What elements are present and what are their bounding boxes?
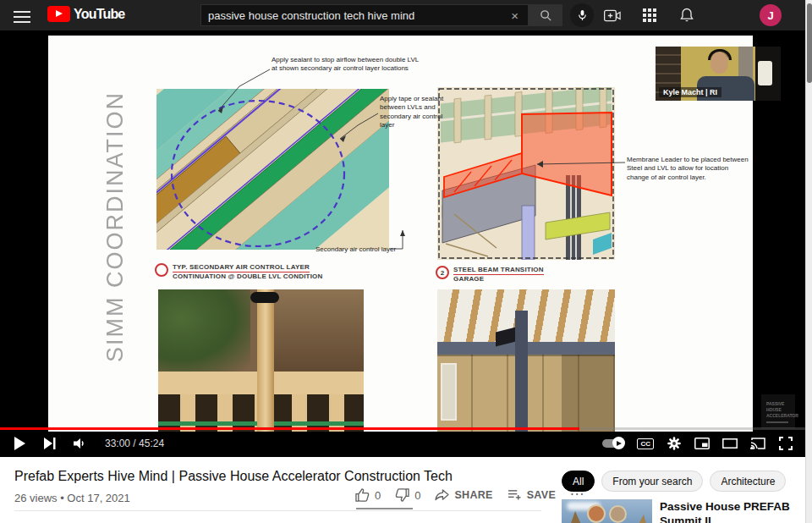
wall-shadow (562, 350, 615, 432)
roof-graphic-right (627, 515, 652, 523)
theater-mode-icon[interactable] (722, 436, 738, 451)
time-display: 33:00 / 45:24 (105, 438, 164, 449)
detail-callout-2: 2 STEEL BEAM TRANSITION GARAGE (436, 266, 544, 284)
next-button[interactable] (42, 436, 58, 451)
detail2-title: STEEL BEAM TRANSITION (453, 266, 544, 275)
site-photo-interior-framing (437, 289, 615, 432)
steel-column (515, 311, 528, 432)
slide-vertical-title: SIMM COORDINATION (102, 61, 129, 362)
youtube-page: YouTube × J (0, 0, 812, 523)
page-scrollbar[interactable] (805, 0, 812, 523)
play-button[interactable] (12, 436, 27, 451)
share-button[interactable]: SHARE (435, 489, 492, 501)
autoplay-toggle[interactable] (602, 439, 624, 448)
like-button[interactable]: 0 (355, 488, 381, 502)
search-box: × (200, 4, 529, 26)
search-button[interactable] (529, 4, 562, 26)
passive-house-accelerator-logo: PASSIVE HOUSE ACCELERATOR (761, 394, 795, 428)
detail2-subtitle: GARAGE (453, 275, 484, 283)
annotation-sealant: Apply sealant to stop airflow between do… (272, 56, 422, 74)
watch-metadata: Prefab Experts Hive Mind | Passive House… (0, 457, 805, 523)
youtube-logo[interactable]: YouTube (47, 6, 124, 22)
menu-icon[interactable] (14, 8, 30, 23)
voice-search-button[interactable] (570, 3, 594, 27)
black-strap (250, 292, 279, 303)
like-count: 0 (375, 489, 381, 502)
video-player[interactable]: SIMM COORDINATION (0, 30, 805, 457)
playlist-add-icon (508, 489, 522, 501)
cast-icon[interactable] (750, 436, 765, 451)
thumbs-down-icon (395, 488, 409, 502)
detail-callout-1: TYP. SECONDARY AIR CONTROL LAYER CONTINU… (155, 263, 322, 281)
section-divider (14, 510, 541, 511)
scrollbar-thumb[interactable] (807, 3, 812, 83)
chip-all[interactable]: All (562, 471, 595, 492)
volume-icon[interactable] (73, 436, 88, 451)
settings-gear-icon[interactable] (667, 436, 682, 451)
apps-grid-icon[interactable] (641, 7, 658, 24)
chip-from-your-search[interactable]: From your search (601, 471, 703, 492)
suggested-video-thumbnail[interactable] (562, 499, 652, 523)
create-video-icon[interactable] (604, 7, 621, 24)
captions-button[interactable]: CC (637, 438, 654, 449)
speaker-portrait-2 (609, 505, 627, 523)
masthead-icons (604, 7, 695, 24)
save-button[interactable]: SAVE (508, 489, 556, 501)
detail-drawing-double-lvl (156, 89, 389, 250)
chip-architecture[interactable]: Architecture (710, 471, 786, 492)
account-avatar[interactable]: J (760, 4, 782, 26)
youtube-play-icon (47, 6, 70, 22)
vegetation-area (158, 289, 250, 372)
microphone-icon (577, 9, 588, 21)
miniplayer-icon[interactable] (694, 436, 710, 451)
video-title: Prefab Experts Hive Mind | Passive House… (14, 469, 539, 484)
search-icon (540, 9, 552, 22)
detail1-title: TYP. SECONDARY AIR CONTROL LAYER (173, 263, 310, 273)
save-label: SAVE (527, 489, 556, 501)
site-photo-excavation (158, 289, 364, 432)
presentation-slide: SIMM COORDINATION (48, 36, 753, 432)
headphones (708, 49, 732, 60)
search-input[interactable] (208, 9, 508, 22)
vertical-lumber (257, 289, 274, 432)
share-arrow-icon (435, 489, 449, 501)
annotation-tape: Apply tape or sealant between LVLs and s… (380, 95, 454, 130)
suggested-video-title[interactable]: Passive House PREFAB Summit II (660, 499, 797, 523)
like-dislike-bar (356, 508, 413, 509)
dislike-count: 0 (414, 489, 420, 502)
lamp (758, 61, 771, 85)
speaker-portrait-1 (587, 504, 606, 523)
action-bar: 0 0 SHARE SAVE ··· (355, 487, 584, 503)
youtube-logo-text: YouTube (74, 7, 124, 22)
webcam-name-label: Kyle Macht | RI (659, 87, 721, 97)
detail-drawing-steel-beam (437, 87, 615, 260)
annotation-membrane-leader: Membrane Leader to be placed between Ste… (627, 156, 750, 182)
fullscreen-icon[interactable] (778, 436, 793, 451)
annotation-secondary-layer: Secondary air control layer (315, 245, 434, 254)
webcam-overlay: Kyle Macht | RI (656, 47, 781, 101)
masthead: YouTube × J (0, 0, 805, 30)
window-frame (441, 363, 457, 420)
soil-bank (265, 289, 364, 377)
share-label: SHARE (454, 489, 492, 501)
detail1-subtitle: CONTINUATION @ DOUBLE LVL CONDITION (173, 273, 322, 280)
search-clear-icon[interactable]: × (508, 8, 521, 23)
autoplay-play-icon (612, 437, 625, 449)
video-meta: 26 views • Oct 17, 2021 (14, 492, 130, 504)
player-controls: 33:00 / 45:24 CC (0, 430, 805, 457)
notifications-bell-icon[interactable] (678, 7, 695, 24)
callout-circle-icon (155, 263, 168, 277)
filter-chips: All From your search Architecture (562, 471, 786, 492)
thumbs-up-icon (355, 488, 370, 502)
callout-number-icon: 2 (436, 266, 449, 279)
dislike-button[interactable]: 0 (395, 488, 420, 502)
